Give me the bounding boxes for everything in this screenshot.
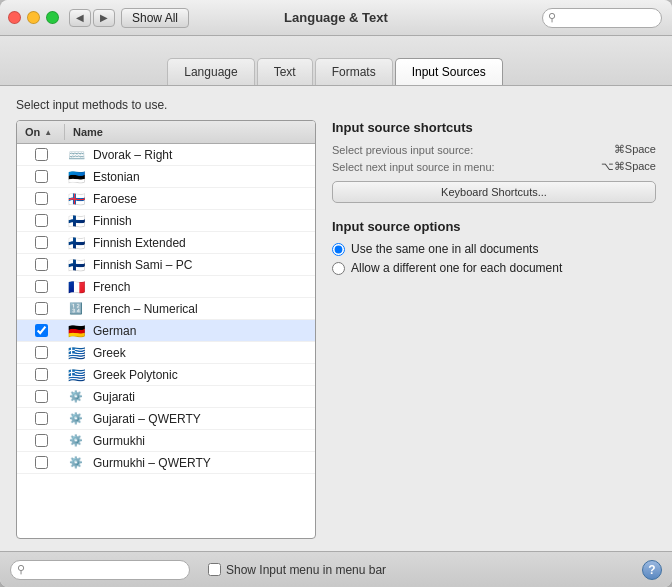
flag-french: 🇫🇷 [65,279,87,294]
list-item: 🇩🇪 German [17,320,315,342]
radio-same[interactable] [332,243,345,256]
checkbox-finnish[interactable] [17,214,65,227]
list-item: 🇫🇴 Faroese [17,188,315,210]
item-label-german: German [93,324,136,338]
item-label-gujarati-qwerty: Gujarati – QWERTY [93,412,201,426]
titlebar: ◀ ▶ Show All Language & Text ⚲ [0,0,672,36]
shortcut-prev-key: ⌘Space [614,143,656,156]
list-item: 🇫🇷 French [17,276,315,298]
shortcut-prev-row: Select previous input source: ⌘Space [332,143,656,156]
list-item: 🇫🇮 Finnish Extended [17,232,315,254]
radio-same-row: Use the same one in all documents [332,242,656,256]
checkbox-french-numerical[interactable] [17,302,65,315]
checkbox-french[interactable] [17,280,65,293]
list-item: ⌨️ Dvorak – Right [17,144,315,166]
toolbar: Language Text Formats Input Sources [0,36,672,86]
list-item: ⚙️ Gurmukhi – QWERTY [17,452,315,474]
content-title: Select input methods to use. [16,98,656,112]
tab-formats[interactable]: Formats [315,58,393,85]
bottom-search-input[interactable] [10,560,190,580]
item-label-greek: Greek [93,346,126,360]
tabs: Language Text Formats Input Sources [167,58,504,85]
flag-gujarati: ⚙️ [65,389,87,404]
show-menu-label[interactable]: Show Input menu in menu bar [208,563,386,577]
input-sources-list: On ▲ Name ⌨️ Dvorak – Right 🇪🇪 [16,120,316,539]
checkbox-gurmukhi-qwerty[interactable] [17,456,65,469]
item-label-finnish: Finnish [93,214,132,228]
checkbox-faroese[interactable] [17,192,65,205]
bottom-search-wrap: ⚲ [10,560,190,580]
radio-different[interactable] [332,262,345,275]
bottom-search-icon: ⚲ [17,563,25,576]
item-label-greek-polytonic: Greek Polytonic [93,368,178,382]
tab-input-sources[interactable]: Input Sources [395,58,503,85]
item-label-estonian: Estonian [93,170,140,184]
tab-language[interactable]: Language [167,58,254,85]
nav-buttons: ◀ ▶ [69,9,115,27]
list-item: ⚙️ Gujarati [17,386,315,408]
list-item: 🇬🇷 Greek [17,342,315,364]
flag-greek-polytonic: 🇬🇷 [65,367,87,382]
checkbox-gurmukhi[interactable] [17,434,65,447]
item-label-french-numerical: French – Numerical [93,302,198,316]
search-icon: ⚲ [548,11,556,24]
flag-gurmukhi-qwerty: ⚙️ [65,455,87,470]
back-button[interactable]: ◀ [69,9,91,27]
help-button[interactable]: ? [642,560,662,580]
flag-faroese: 🇫🇴 [65,191,87,206]
list-item: 🔢 French – Numerical [17,298,315,320]
item-label-dvorak: Dvorak – Right [93,148,172,162]
checkbox-finnish-extended[interactable] [17,236,65,249]
checkbox-greek[interactable] [17,346,65,359]
header-on: On ▲ [17,124,65,140]
options-section: Input source options Use the same one in… [332,219,656,280]
checkbox-greek-polytonic[interactable] [17,368,65,381]
checkbox-gujarati[interactable] [17,390,65,403]
list-item: 🇪🇪 Estonian [17,166,315,188]
item-label-finnish-extended: Finnish Extended [93,236,186,250]
flag-dvorak: ⌨️ [65,147,87,162]
flag-estonian: 🇪🇪 [65,169,87,184]
list-body[interactable]: ⌨️ Dvorak – Right 🇪🇪 Estonian 🇫🇴 Faroese [17,144,315,538]
checkbox-german[interactable] [17,324,65,337]
item-label-gurmukhi-qwerty: Gurmukhi – QWERTY [93,456,211,470]
bottom-bar: ⚲ Show Input menu in menu bar ? [0,551,672,587]
checkbox-dvorak[interactable] [17,148,65,161]
close-button[interactable] [8,11,21,24]
minimize-button[interactable] [27,11,40,24]
show-menu-checkbox[interactable] [208,563,221,576]
keyboard-shortcuts-button[interactable]: Keyboard Shortcuts... [332,181,656,203]
flag-gurmukhi: ⚙️ [65,433,87,448]
shortcut-prev-label: Select previous input source: [332,144,473,156]
radio-different-label: Allow a different one for each document [351,261,562,275]
checkbox-estonian[interactable] [17,170,65,183]
main-window: ◀ ▶ Show All Language & Text ⚲ Language … [0,0,672,587]
item-label-finnish-sami: Finnish Sami – PC [93,258,192,272]
shortcut-next-label: Select next input source in menu: [332,161,495,173]
flag-greek: 🇬🇷 [65,345,87,360]
item-label-gujarati: Gujarati [93,390,135,404]
list-item: 🇬🇷 Greek Polytonic [17,364,315,386]
window-title: Language & Text [284,10,388,25]
tab-text[interactable]: Text [257,58,313,85]
checkbox-finnish-sami[interactable] [17,258,65,271]
list-item: 🇫🇮 Finnish [17,210,315,232]
show-menu-text: Show Input menu in menu bar [226,563,386,577]
forward-button[interactable]: ▶ [93,9,115,27]
checkbox-gujarati-qwerty[interactable] [17,412,65,425]
show-all-button[interactable]: Show All [121,8,189,28]
header-name: Name [65,124,315,140]
options-title: Input source options [332,219,656,234]
radio-different-row: Allow a different one for each document [332,261,656,275]
list-item: ⚙️ Gujarati – QWERTY [17,408,315,430]
search-input[interactable] [542,8,662,28]
flag-finnish: 🇫🇮 [65,213,87,228]
maximize-button[interactable] [46,11,59,24]
radio-same-label: Use the same one in all documents [351,242,538,256]
list-header: On ▲ Name [17,121,315,144]
right-panel: Input source shortcuts Select previous i… [332,120,656,539]
item-label-french: French [93,280,130,294]
flag-gujarati-qwerty: ⚙️ [65,411,87,426]
flag-german: 🇩🇪 [65,323,87,338]
flag-french-numerical: 🔢 [65,301,87,316]
